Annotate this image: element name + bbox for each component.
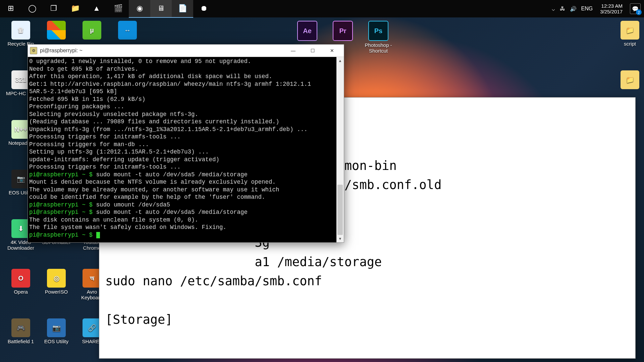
obs-button[interactable]: ⏺ bbox=[193, 0, 215, 17]
recycle-bin-icon: 🗑 bbox=[11, 21, 30, 40]
opera-icon: O bbox=[11, 269, 30, 288]
putty-minimize-button[interactable]: — bbox=[283, 45, 303, 56]
scroll-thumb[interactable] bbox=[337, 185, 343, 235]
terminal-line: The file system wasn't safely closed on … bbox=[29, 224, 335, 231]
language-indicator[interactable]: ENG bbox=[581, 6, 593, 12]
putty-button[interactable]: 🖥 bbox=[150, 0, 172, 18]
scroll-down-arrow[interactable]: ▼ bbox=[336, 235, 344, 242]
taskview-button[interactable]: ❐ bbox=[43, 0, 64, 17]
clock-date: 3/25/2017 bbox=[600, 9, 623, 14]
terminal-line: The volume may be already mounted, or an… bbox=[29, 186, 335, 194]
desktop-icon-teamviewer[interactable]: ↔ bbox=[111, 21, 144, 41]
avro-icon: অ bbox=[83, 269, 101, 288]
terminal-line: Processing triggers for initramfs-tools … bbox=[29, 133, 335, 141]
notification-badge: 2 bbox=[636, 9, 642, 15]
opera-label: Opera bbox=[5, 289, 37, 295]
desktop-icon-poweriso[interactable]: ◎PowerISO bbox=[40, 269, 72, 295]
desktop-icon-after-effects[interactable]: Ae bbox=[291, 21, 323, 42]
clock-time: 12:23 AM bbox=[600, 3, 623, 9]
terminal-line: Get:1 http://archive.raspbian.org/raspbi… bbox=[29, 80, 335, 88]
putty-close-button[interactable]: ✕ bbox=[322, 45, 342, 56]
terminal-line: pi@raspberrypi ~ $ bbox=[29, 231, 335, 239]
terminal-line: Selecting previously unselected package … bbox=[29, 111, 335, 118]
scroll-up-arrow[interactable]: ▲ bbox=[336, 57, 344, 64]
putty-window[interactable]: ⚙ pi@raspberrypi: ~ — ☐ ✕ 0 upgraded, 1 … bbox=[28, 44, 344, 243]
terminal-line: could be identified for example by the h… bbox=[29, 193, 335, 201]
notepad-button[interactable]: 📄 bbox=[172, 0, 193, 18]
poweriso-icon: ◎ bbox=[47, 269, 66, 288]
terminal-line: 5AR.5-2.1+deb7u3 [695 kB] bbox=[29, 88, 335, 96]
desktop-icon-recycle-bin[interactable]: 🗑Recycle Bin bbox=[5, 21, 37, 47]
desktop-icon-script-folder[interactable]: 📁script bbox=[614, 21, 644, 47]
cortana-button[interactable]: ◯ bbox=[21, 0, 43, 17]
desktop-icon-premiere[interactable]: Pr bbox=[327, 21, 359, 42]
terminal-line: Unpacking ntfs-3g (from .../ntfs-3g_1%3a… bbox=[29, 126, 335, 133]
battlefield1-label: Battlefield 1 bbox=[5, 339, 37, 344]
chrome-button[interactable]: ◉ bbox=[129, 0, 150, 18]
terminal-line: update-initramfs: deferring update (trig… bbox=[29, 156, 335, 164]
desktop-icon-battlefield1[interactable]: 🎮Battlefield 1 bbox=[5, 318, 37, 344]
utorrent-icon: µ bbox=[83, 21, 101, 40]
terminal-line: Preconfiguring packages ... bbox=[29, 103, 335, 111]
terminal-line: 0 upgraded, 1 newly installed, 0 to remo… bbox=[29, 58, 335, 65]
desktop-icon-opera[interactable]: OOpera bbox=[5, 269, 37, 295]
terminal-line: (Reading database ... 79089 files and di… bbox=[29, 118, 335, 126]
putty-maximize-button[interactable]: ☐ bbox=[303, 45, 322, 56]
poweriso-label: PowerISO bbox=[40, 289, 72, 295]
terminal-line: Mount is denied because the NTFS volume … bbox=[29, 178, 335, 186]
eos-utility-2-icon: 📷 bbox=[47, 318, 66, 337]
system-tray[interactable]: ⌵ 🖧 🔊 ENG 12:23 AM 3/25/2017 💬 2 bbox=[548, 3, 644, 14]
terminal-line: Setting up ntfs-3g (1:2012.1.15AR.5-2.1+… bbox=[29, 148, 335, 156]
teamviewer-icon: ↔ bbox=[118, 21, 137, 40]
explorer-button[interactable]: 📁 bbox=[64, 0, 86, 17]
battlefield1-icon: 🎮 bbox=[11, 318, 30, 337]
shareit-icon: 🔗 bbox=[83, 318, 101, 337]
after-effects-icon: Ae bbox=[297, 21, 317, 41]
putty-titlebar[interactable]: ⚙ pi@raspberrypi: ~ — ☐ ✕ bbox=[28, 45, 344, 57]
start-button[interactable]: ⊞ bbox=[0, 0, 21, 17]
terminal-line: Processing triggers for man-db ... bbox=[29, 141, 335, 148]
terminal-line: pi@raspberrypi ~ $ sudo mount -t auto /d… bbox=[29, 208, 335, 216]
taskbar[interactable]: ⊞◯❐📁▲🎬◉🖥📄⏺ ⌵ 🖧 🔊 ENG 12:23 AM 3/25/2017 … bbox=[0, 0, 644, 17]
script-folder-label: script bbox=[614, 41, 644, 47]
photoshop-label: Photoshop - Shortcut bbox=[362, 42, 394, 54]
desktop-icon-utorrent[interactable]: µ bbox=[76, 21, 108, 41]
ms-tiles-icon bbox=[47, 21, 66, 40]
desktop-icon-photoshop[interactable]: PsPhotoshop - Shortcut bbox=[362, 21, 394, 54]
desktop-icon-ms-tiles[interactable] bbox=[40, 21, 72, 41]
premiere-icon: Pr bbox=[333, 21, 353, 41]
photoshop-icon: Ps bbox=[368, 21, 388, 41]
terminal-line: pi@raspberrypi ~ $ sudo mount -t auto /d… bbox=[29, 171, 335, 179]
terminal-line: pi@raspberrypi ~ $ sudo umount /dev/sda5 bbox=[29, 201, 335, 209]
putty-icon: ⚙ bbox=[30, 47, 37, 54]
taskbar-clock[interactable]: 12:23 AM 3/25/2017 bbox=[597, 3, 625, 14]
tray-chevron-icon[interactable]: ⌵ bbox=[552, 6, 555, 12]
volume-icon[interactable]: 🔊 bbox=[570, 6, 577, 12]
terminal-line: After this operation, 1,417 kB of additi… bbox=[29, 73, 335, 80]
vlc-button[interactable]: ▲ bbox=[86, 0, 107, 17]
network-icon[interactable]: 🖧 bbox=[560, 6, 565, 12]
terminal-line: The disk contains an unclean file system… bbox=[29, 216, 335, 224]
terminal-line: Processing triggers for initramfs-tools … bbox=[29, 163, 335, 171]
desktop-icon-eos-utility-2[interactable]: 📷EOS Utility bbox=[40, 318, 72, 344]
terminal-line: Fetched 695 kB in 11s (62.9 kB/s) bbox=[29, 96, 335, 103]
desktop-icon-folder-2[interactable]: 📁 bbox=[614, 70, 644, 90]
action-center-button[interactable]: 💬 2 bbox=[630, 3, 641, 14]
terminal-output[interactable]: 0 upgraded, 1 newly installed, 0 to remo… bbox=[28, 57, 336, 242]
terminal-line: Need to get 695 kB of archives. bbox=[29, 65, 335, 73]
mpc-button[interactable]: 🎬 bbox=[107, 0, 129, 17]
scroll-track[interactable] bbox=[336, 64, 344, 235]
folder-2-icon: 📁 bbox=[621, 70, 639, 89]
script-folder-icon: 📁 bbox=[621, 21, 639, 40]
eos-utility-2-label: EOS Utility bbox=[40, 339, 72, 344]
putty-title-text: pi@raspberrypi: ~ bbox=[40, 48, 83, 54]
terminal-scrollbar[interactable]: ▲ ▼ bbox=[336, 57, 344, 242]
